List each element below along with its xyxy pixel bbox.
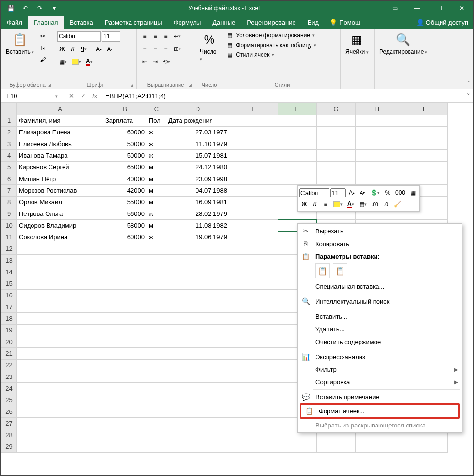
cell[interactable] [278,162,317,173]
cell[interactable] [17,278,103,290]
tab-insert[interactable]: Вставка [64,16,98,29]
tab-home[interactable]: Главная [28,16,64,29]
cell[interactable]: 50000 [103,138,147,150]
cell[interactable] [166,255,229,266]
font-size-combo[interactable] [102,31,120,42]
editing-button[interactable]: 🔍 Редактирование [377,31,429,56]
cell[interactable]: 65000 [103,162,147,173]
cell[interactable] [103,406,147,418]
cell[interactable] [229,336,278,348]
row-header-14[interactable]: 14 [1,266,17,278]
cell[interactable] [103,266,147,278]
underline-button[interactable]: Ч [79,44,89,54]
share-button[interactable]: 👤 Общий доступ [411,16,473,29]
ctx-clear-contents[interactable]: Очистить содержимое [298,335,462,348]
confirm-formula-icon[interactable]: ✓ [79,92,87,99]
tab-formulas[interactable]: Формулы [168,16,207,29]
cell[interactable] [103,336,147,348]
cell[interactable] [317,441,356,453]
cell[interactable] [399,127,448,138]
cell[interactable] [229,383,278,394]
row-header-11[interactable]: 11 [1,231,17,243]
fill-color-icon[interactable] [70,56,83,67]
cell[interactable]: 11.10.1979 [166,138,229,150]
row-header-2[interactable]: 2 [1,127,17,138]
cell[interactable]: 50000 [103,150,147,162]
cell[interactable]: ж [147,150,166,162]
cell[interactable] [229,441,278,453]
col-header-D[interactable]: D [166,103,229,115]
italic-button[interactable]: К [68,44,78,54]
cell[interactable]: 58000 [103,220,147,231]
cell[interactable] [17,266,103,278]
cell[interactable]: 04.07.1988 [166,185,229,197]
cell[interactable]: 27.03.1977 [166,127,229,138]
cell[interactable] [229,371,278,383]
mini-increase-decimal-icon[interactable]: .00 [370,199,380,210]
mini-format-painter-icon[interactable]: ▦ [408,187,418,198]
ctx-quick-analysis[interactable]: 📊Экспресс-анализ [298,350,462,363]
cell[interactable] [278,115,317,127]
mini-bold-button[interactable]: Ж [299,199,309,210]
cell[interactable] [399,138,448,150]
cell[interactable] [356,441,399,453]
cell[interactable] [166,406,229,418]
save-icon[interactable]: 💾 [4,2,17,14]
borders-icon[interactable]: ▦ [57,56,69,67]
cell[interactable] [278,173,317,185]
cell[interactable] [166,301,229,313]
mini-borders-icon[interactable]: ▦ [357,199,369,210]
cell[interactable] [103,394,147,406]
cell[interactable]: ж [147,208,166,220]
cell[interactable] [229,185,278,197]
cell[interactable] [317,173,356,185]
cells-button[interactable]: ▦ Ячейки [343,31,371,56]
cell[interactable] [147,418,166,429]
cell[interactable] [356,162,399,173]
close-icon[interactable]: ✕ [451,1,473,16]
cell[interactable]: ж [147,231,166,243]
row-header-9[interactable]: 9 [1,208,17,220]
row-header-18[interactable]: 18 [1,313,17,325]
mini-increase-font-icon[interactable]: A▴ [347,187,357,198]
row-header-3[interactable]: 3 [1,138,17,150]
cell[interactable] [229,115,278,127]
cell[interactable] [103,313,147,325]
cell[interactable] [399,115,448,127]
cell[interactable]: м [147,173,166,185]
row-header-25[interactable]: 25 [1,394,17,406]
row-header-21[interactable]: 21 [1,348,17,360]
cell[interactable]: Соколова Ирина [17,231,103,243]
cell[interactable] [147,360,166,371]
col-header-G[interactable]: G [317,103,356,115]
cell[interactable]: 60000 [103,127,147,138]
cell[interactable]: м [147,220,166,231]
mini-font-name[interactable] [299,188,329,197]
cell[interactable]: 28.02.1979 [166,208,229,220]
cell[interactable] [17,348,103,360]
cell[interactable] [147,371,166,383]
cell[interactable] [356,138,399,150]
cell[interactable] [229,278,278,290]
row-header-26[interactable]: 26 [1,406,17,418]
cell[interactable] [166,429,229,441]
ctx-paste-special[interactable]: Специальная вставка... [298,280,462,293]
row-header-17[interactable]: 17 [1,301,17,313]
font-color-icon[interactable]: A [84,56,95,67]
mini-decrease-font-icon[interactable]: A▾ [358,187,367,198]
cell[interactable] [317,162,356,173]
tab-page-layout[interactable]: Разметка страницы [99,16,168,29]
cell[interactable] [229,173,278,185]
tab-review[interactable]: Рецензирование [241,16,301,29]
align-left-icon[interactable]: ≡ [140,44,149,54]
cell[interactable] [103,418,147,429]
cell[interactable] [278,441,317,453]
cell[interactable] [147,278,166,290]
cell[interactable]: 19.06.1979 [166,231,229,243]
row-header-15[interactable]: 15 [1,278,17,290]
cell[interactable] [229,266,278,278]
cell[interactable] [103,290,147,301]
mini-percent-icon[interactable]: % [383,187,392,198]
cell[interactable]: м [147,162,166,173]
row-header-5[interactable]: 5 [1,162,17,173]
